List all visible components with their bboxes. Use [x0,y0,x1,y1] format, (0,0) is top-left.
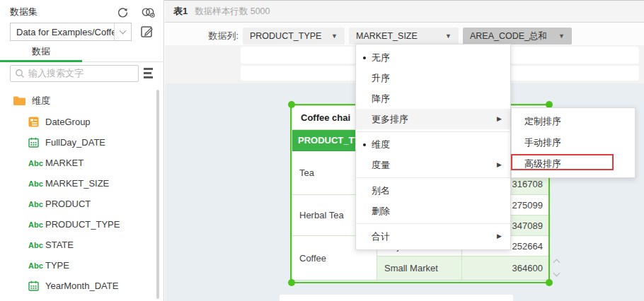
pencil-icon [140,25,154,39]
menu-item-label: 无序 [372,52,390,63]
resize-handle[interactable] [288,101,295,108]
submenu-arrow-icon: ▶ [497,226,502,247]
selected-bullet-icon [363,143,366,146]
dimension-folder-row[interactable]: 维度 [0,90,156,111]
dataset-relation-icon[interactable] [141,5,155,19]
menu-item-label: 别名 [372,185,390,196]
sort-context-menu: 无序 升序 降序 更多排序 ▶ 维度 度量 ▶ 别名 删除 合计 [355,44,511,250]
folder-label: 维度 [32,95,50,107]
tab-data[interactable]: 数据 [0,44,82,61]
menu-item-total[interactable]: 合计 ▶ [356,226,510,247]
abc-icon: Abc [28,261,45,270]
field-label: DateGroup [45,117,91,127]
abc-icon: Abc [28,200,45,208]
sidebar-title: 数据集 [10,6,38,18]
calendar-icon [28,137,39,148]
submenu-item-manual-sort[interactable]: 手动排序 [512,132,635,153]
menu-item-measure[interactable]: 度量 ▶ [356,155,510,175]
menu-item-sort-desc[interactable]: 降序 [356,88,510,109]
dropdown-caret-icon: ▼ [331,33,338,40]
abc-icon: Abc [28,241,45,249]
field-label: STATE [45,240,74,250]
sidebar-header: 数据集 [10,5,155,19]
folder-icon [13,95,26,107]
field-label: PRODUCT [45,199,91,209]
sample-rows-info: 数据样本行数 5000 [195,6,270,18]
submenu-arrow-icon: ▶ [497,109,502,129]
resize-handle[interactable] [288,279,295,286]
pill-label: PRODUCT_TYPE [250,31,327,41]
chevron-down-icon [114,23,131,40]
abc-icon: Abc [28,179,45,188]
menu-item-label: 降序 [372,93,390,104]
field-options-icon[interactable] [144,68,153,78]
submenu-item-label: 高级排序 [524,158,561,169]
menu-item-sort-asc[interactable]: 升序 [356,68,510,88]
dataset-select[interactable]: Data for Examples/Coffee [10,23,132,41]
pill-label: MARKET_SIZE [356,31,441,41]
menu-divider [356,223,510,224]
field-item[interactable]: Abc TYPE [0,255,156,276]
submenu-item-advanced-sort[interactable]: 高级排序 [512,153,635,175]
search-icon [15,69,25,78]
menu-item-label: 更多排序 [372,114,408,124]
more-sort-submenu: 定制排序 手动排序 高级排序 [511,107,636,178]
menu-item-label: 升序 [372,73,390,83]
table-cell[interactable]: Small Market [377,256,462,280]
selected-bullet-icon [363,57,366,59]
resize-handle[interactable] [546,279,553,286]
submenu-item-label: 定制排序 [524,116,561,126]
menu-item-label: 维度 [372,139,390,150]
dataset-select-value: Data for Examples/Coffee [11,27,114,37]
menu-item-label: 合计 [372,231,390,242]
submenu-item-label: 手动排序 [524,137,561,148]
field-label: MARKET_SIZE [45,178,109,189]
menu-item-dimension[interactable]: 维度 [356,134,510,155]
menu-item-alias[interactable]: 别名 [356,180,510,201]
tab-data-label: 数据 [32,46,50,57]
menu-item-more-sort[interactable]: 更多排序 ▶ [356,109,510,129]
group-icon [28,117,39,127]
submenu-item-custom-sort[interactable]: 定制排序 [512,111,635,132]
field-item[interactable]: FullDay_DATE [0,132,156,153]
pill-label: AREA_CODE_总和 [470,30,554,42]
menu-item-label: 度量 [372,160,390,170]
dropdown-caret-icon: ▼ [558,33,565,40]
column-pill-market-size[interactable]: MARKET_SIZE ▼ [349,28,459,45]
data-columns-label: 数据列: [192,28,238,45]
field-item[interactable]: Abc MARKET_SIZE [0,173,156,194]
field-item[interactable]: DateGroup [0,112,156,132]
field-label: TYPE [45,260,69,271]
edit-dataset-button[interactable] [139,24,156,40]
field-label: YearMonth_DATE [45,281,118,291]
field-item[interactable]: Abc PRODUCT_TYPE [0,214,156,235]
field-item[interactable]: Abc STATE [0,235,156,255]
table-cell-value[interactable]: 364600 [462,256,548,280]
menu-item-no-sort[interactable]: 无序 [356,47,510,68]
sidebar-scrollbar[interactable] [156,90,159,299]
column-sort-widget[interactable] [552,260,560,276]
dataset-sidebar: 数据集 Data for Examples/Coffee 数据 输入搜索 [0,0,164,301]
search-placeholder: 输入搜索文字 [28,67,84,80]
menu-divider [356,177,510,178]
refresh-icon[interactable] [115,5,130,19]
calendar-icon [28,281,39,291]
field-item[interactable]: Abc MARKET [0,153,156,173]
menu-item-delete[interactable]: 删除 [356,201,510,221]
field-item[interactable]: YearMonth_DATE [0,276,156,296]
field-label: MARKET [45,158,84,168]
column-pill-area-code-sum[interactable]: AREA_CODE_总和 ▼ [463,28,572,45]
field-item[interactable]: Abc PRODUCT [0,194,156,214]
menu-item-label: 删除 [372,206,390,216]
table-title-bar: 表1 数据样本行数 5000 [165,1,644,23]
column-pill-product-type[interactable]: PRODUCT_TYPE ▼ [243,28,345,45]
sort-desc-icon[interactable] [553,270,560,277]
sort-asc-icon[interactable] [553,259,560,266]
next-table-card [280,295,513,301]
menu-divider [356,131,510,132]
field-label: FullDay_DATE [45,137,105,148]
submenu-arrow-icon: ▶ [497,155,502,175]
search-input[interactable]: 输入搜索文字 [10,65,139,82]
active-tab-underline [0,60,82,62]
abc-icon: Abc [28,220,45,229]
